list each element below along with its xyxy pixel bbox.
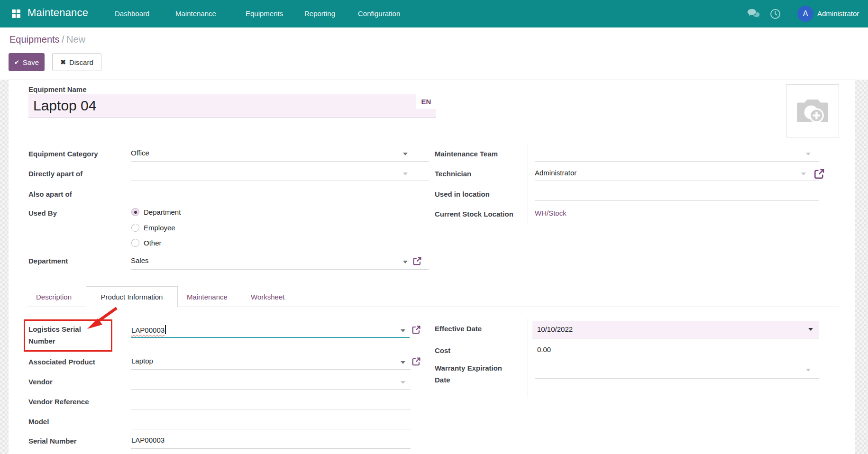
equipment-name-label: Equipment Name [28, 83, 87, 95]
translation-badge[interactable]: EN [416, 94, 436, 109]
department-external-link-icon[interactable] [412, 256, 422, 266]
maintenance-team-label: Maintenance Team [435, 148, 498, 160]
logistics-serial-number-input[interactable]: LAP00003 [131, 325, 166, 334]
associated-product-value[interactable]: Laptop [131, 357, 153, 365]
vendor-underline [131, 389, 411, 390]
used-in-location-label: Used in location [435, 188, 490, 200]
right-column-separator [528, 145, 528, 223]
technician-value[interactable]: Administrator [535, 169, 576, 177]
sheet-left-margin [0, 80, 9, 454]
tab-description[interactable]: Description [36, 287, 72, 307]
equipment-category-dropdown-icon[interactable] [403, 153, 408, 155]
directly-apart-of-underline [131, 181, 429, 181]
form-sheet [9, 80, 855, 454]
model-label: Model [28, 416, 49, 427]
associated-product-external-link-icon[interactable] [411, 357, 421, 366]
effective-date-input[interactable]: 10/10/2022 [532, 321, 819, 338]
tab-product-information[interactable]: Product Information [86, 286, 178, 307]
breadcrumb-new: New [66, 34, 85, 45]
nav-maintenance[interactable]: Maintenance [175, 0, 216, 27]
discard-button[interactable]: ✖ Discard [52, 53, 101, 71]
nav-configuration[interactable]: Configuration [358, 0, 400, 27]
vendor-reference-label: Vendor Reference [28, 396, 89, 408]
logistics-serial-number-label: Logistics Serial Number [28, 323, 101, 347]
used-by-radio-other-label[interactable]: Other [144, 239, 162, 247]
warranty-expiration-date-underline [535, 378, 819, 379]
nav-equipments[interactable]: Equipments [246, 0, 283, 27]
current-stock-location-label: Current Stock Location [435, 208, 513, 220]
logistics-serial-number-external-link-icon[interactable] [411, 325, 421, 335]
directly-apart-of-dropdown-icon[interactable] [403, 173, 408, 175]
camera-add-icon [794, 95, 831, 127]
equipment-name-input[interactable]: Laptop 04 [28, 94, 436, 118]
discard-button-label: Discard [69, 58, 93, 66]
department-underline [131, 269, 429, 270]
current-stock-location-link[interactable]: WH/Stock [535, 209, 566, 217]
messages-icon[interactable] [747, 9, 760, 20]
save-button-label: Save [23, 58, 39, 66]
check-icon: ✔ [14, 59, 19, 66]
associated-product-underline [131, 369, 411, 370]
technician-external-link-icon[interactable] [813, 168, 825, 180]
nav-reporting[interactable]: Reporting [304, 0, 335, 27]
warranty-expiration-date-label: Warranty Expiration Date [435, 362, 512, 386]
vendor-reference-underline [131, 409, 411, 409]
used-by-radio-employee[interactable] [131, 224, 139, 232]
breadcrumb-separator: / [62, 34, 64, 45]
associated-product-dropdown-icon[interactable] [401, 361, 405, 364]
cost-underline [535, 358, 819, 358]
save-button[interactable]: ✔ Save [9, 53, 45, 71]
sheet-right-margin [855, 80, 868, 454]
logistics-serial-number-focus-underline [131, 337, 410, 338]
maintenance-team-dropdown-icon[interactable] [806, 153, 811, 155]
equipment-image-upload[interactable] [786, 84, 839, 137]
text-cursor [165, 325, 166, 334]
user-avatar[interactable]: A [797, 6, 813, 22]
effective-date-label: Effective Date [435, 323, 482, 335]
also-apart-of-label: Also apart of [28, 188, 72, 200]
apps-menu-icon[interactable] [12, 9, 20, 18]
activities-clock-icon[interactable] [770, 9, 781, 19]
equipment-category-label: Equipment Category [28, 148, 98, 160]
used-by-radio-department-label[interactable]: Department [144, 208, 181, 216]
used-in-location-underline [535, 200, 819, 201]
department-value[interactable]: Sales [131, 256, 149, 264]
effective-date-value: 10/10/2022 [537, 325, 573, 333]
logistics-serial-number-dropdown-icon[interactable] [401, 329, 405, 332]
close-icon: ✖ [60, 58, 66, 66]
tab-left-column-separator [124, 318, 124, 454]
equipment-category-underline [131, 161, 429, 162]
warranty-expiration-date-dropdown-icon[interactable] [806, 369, 811, 372]
tab-right-column-separator [528, 318, 528, 398]
tab-maintenance[interactable]: Maintenance [187, 287, 228, 307]
cost-value[interactable]: 0.00 [537, 345, 551, 354]
technician-dropdown-icon[interactable] [801, 173, 806, 175]
directly-apart-of-label: Directly apart of [28, 168, 82, 180]
control-panel: Equipments / New [0, 27, 868, 80]
logistics-serial-number-value: LAP00003 [131, 326, 164, 334]
technician-label: Technician [435, 168, 471, 180]
app-header: Maintenance Dashboard Maintenance Equipm… [0, 0, 868, 27]
used-by-radio-department[interactable] [131, 208, 139, 216]
used-by-label: Used By [28, 207, 57, 219]
user-menu[interactable]: Administrator [817, 0, 859, 27]
nav-dashboard[interactable]: Dashboard [115, 0, 149, 27]
equipment-name-value: Laptop 04 [33, 98, 96, 114]
serial-number-underline [131, 448, 411, 449]
breadcrumb-equipments[interactable]: Equipments [9, 34, 60, 45]
used-by-radio-other[interactable] [131, 239, 139, 247]
tab-worksheet[interactable]: Worksheet [251, 287, 284, 307]
maintenance-team-underline [535, 161, 819, 162]
effective-date-dropdown-icon[interactable] [808, 328, 813, 331]
department-dropdown-icon[interactable] [403, 261, 408, 263]
equipment-category-value[interactable]: Office [131, 149, 149, 157]
department-label: Department [28, 255, 68, 267]
breadcrumb: Equipments / New [9, 34, 85, 45]
left-column-separator [124, 145, 124, 274]
used-by-radio-employee-label[interactable]: Employee [144, 224, 175, 232]
model-underline [131, 429, 411, 429]
serial-number-value[interactable]: LAP00003 [131, 436, 164, 444]
app-title[interactable]: Maintenance [27, 7, 88, 19]
vendor-dropdown-icon[interactable] [401, 381, 405, 384]
cost-label: Cost [435, 345, 450, 356]
